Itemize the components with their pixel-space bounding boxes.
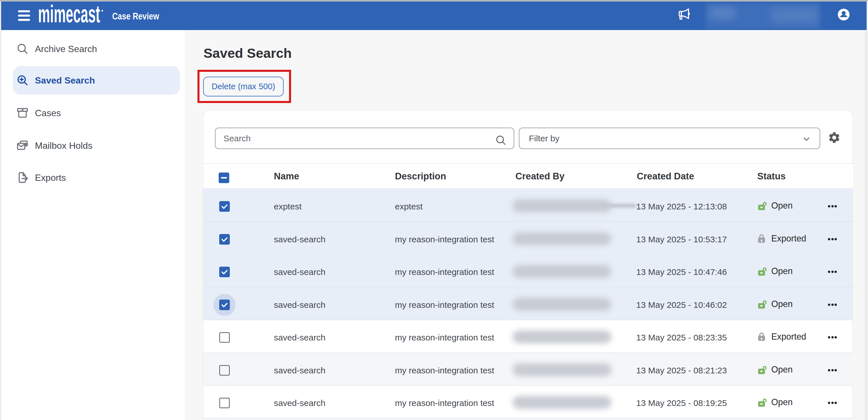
- svg-text:Case Review: Case Review: [112, 11, 159, 22]
- svg-text:mimecast: mimecast: [38, 1, 100, 28]
